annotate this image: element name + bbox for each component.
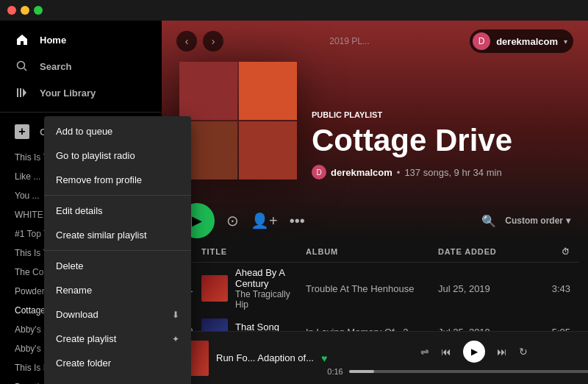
- add-icon: ✦: [172, 334, 179, 344]
- context-menu-download[interactable]: Download ⬇: [44, 302, 191, 327]
- context-menu: Add to queue Go to playlist radio Remove…: [44, 116, 191, 384]
- nav-items: Home Search Your Library: [0, 26, 162, 106]
- col-album: ALBUM: [306, 247, 438, 256]
- controls-right: 🔍 Custom order ▾: [481, 214, 570, 228]
- playlist-owner: derekmalcom: [331, 167, 392, 178]
- library-label: Your Library: [40, 88, 96, 99]
- context-menu-go-to-playlist-radio[interactable]: Go to playlist radio: [44, 143, 191, 168]
- context-menu-divider2: [44, 250, 191, 251]
- svg-line-1: [24, 68, 27, 71]
- bottom-player: Run Fo... Adaption of... ♥ ⇌ ⏮ ▶ ⏭ ↻ 0:1…: [162, 331, 588, 384]
- context-menu-create-similar[interactable]: Create similar playlist: [44, 223, 191, 247]
- table-row[interactable]: 1 Ahead By A Century The Tragically Hip …: [171, 263, 579, 314]
- cover-cell-1: [179, 62, 237, 120]
- progress-bar[interactable]: [349, 370, 588, 373]
- playlist-info: PUBLIC PLAYLIST Cottage Drive D derekmal…: [312, 110, 570, 179]
- sidebar-item-home[interactable]: Home: [6, 26, 156, 53]
- track-text: That Song Big Wreck: [235, 321, 279, 332]
- download-circle-icon[interactable]: ⊙: [226, 212, 239, 230]
- col-duration: ⏱: [526, 247, 570, 256]
- avatar: D: [473, 32, 490, 50]
- library-icon: [15, 85, 29, 100]
- time-current: 0:16: [327, 367, 343, 376]
- track-text: Ahead By A Century The Tragically Hip: [235, 267, 306, 310]
- context-menu-make-private[interactable]: Make private: [44, 375, 191, 384]
- nearby-playlist-label: 2019 PL...: [329, 36, 370, 46]
- context-menu-divider: [44, 195, 191, 196]
- repeat-button[interactable]: ↻: [519, 346, 528, 358]
- user-chevron-icon: ▾: [564, 38, 567, 46]
- main-content: ‹ › 2019 PL... D derekmalcom ▾ PUBLIC PL…: [162, 21, 588, 384]
- now-playing-title: Run Fo... Adaption of...: [216, 352, 314, 363]
- window-controls: [7, 6, 43, 15]
- track-album: Trouble At The Henhouse: [306, 283, 438, 294]
- plus-icon: +: [15, 124, 29, 139]
- sidebar-divider: [0, 112, 162, 113]
- search-label: Search: [40, 61, 71, 72]
- context-menu-create-playlist[interactable]: Create playlist ✦: [44, 327, 191, 351]
- track-title: Ahead By A Century: [235, 267, 306, 289]
- topbar: ‹ › 2019 PL... D derekmalcom ▾: [162, 21, 588, 62]
- download-label: Download: [56, 309, 98, 320]
- sidebar-item-search[interactable]: Search: [6, 53, 156, 79]
- cover-cell-2: [239, 62, 297, 120]
- controls-bar: ▶ ⊙ 👤+ ••• 🔍 Custom order ▾: [162, 194, 588, 247]
- owner-avatar: D: [312, 165, 326, 179]
- track-duration: 3:43: [526, 283, 570, 294]
- shuffle-button[interactable]: ⇌: [420, 346, 429, 358]
- track-list-header: # TITLE ALBUM DATE ADDED ⏱: [171, 247, 579, 263]
- playback-controls: ⇌ ⏮ ▶ ⏭ ↻: [420, 341, 528, 363]
- create-playlist-label2: Create playlist: [56, 333, 116, 344]
- col-date: DATE ADDED: [438, 247, 526, 256]
- track-thumbnail: [201, 275, 228, 302]
- add-user-icon[interactable]: 👤+: [251, 212, 278, 230]
- search-icon: [15, 59, 29, 74]
- playlist-header: PUBLIC PLAYLIST Cottage Drive D derekmal…: [162, 62, 588, 194]
- playlist-stats: 137 songs, 9 hr 34 min: [404, 167, 501, 178]
- minimize-button[interactable]: [21, 6, 29, 15]
- maximize-button[interactable]: [34, 6, 43, 15]
- sidebar: Home Search Your Library + Create Playli…: [0, 21, 162, 384]
- heart-icon[interactable]: ♥: [321, 352, 327, 364]
- titlebar: [0, 0, 588, 21]
- track-list: # TITLE ALBUM DATE ADDED ⏱ 1 Ahead By A …: [162, 247, 588, 331]
- context-menu-create-folder[interactable]: Create folder: [44, 351, 191, 375]
- sidebar-item-library[interactable]: Your Library: [6, 79, 156, 106]
- next-button[interactable]: ⏭: [497, 346, 507, 358]
- user-menu[interactable]: D derekmalcom ▾: [470, 29, 573, 53]
- cover-cell-4: [239, 121, 297, 179]
- progress-bar-area: 0:16 5:28: [327, 367, 588, 376]
- progress-fill: [349, 370, 374, 373]
- chevron-down-icon: ▾: [566, 216, 570, 226]
- now-playing-info: Run Fo... Adaption of...: [216, 352, 314, 363]
- context-menu-remove-from-profile[interactable]: Remove from profile: [44, 168, 191, 192]
- back-button[interactable]: ‹: [176, 31, 197, 51]
- svg-rect-2: [17, 88, 18, 97]
- context-menu-delete[interactable]: Delete: [44, 254, 191, 278]
- col-title: TITLE: [201, 247, 306, 256]
- track-info: Ahead By A Century The Tragically Hip: [201, 267, 306, 310]
- track-search-icon[interactable]: 🔍: [481, 214, 496, 228]
- track-info: That Song Big Wreck: [201, 319, 306, 331]
- track-artist: The Tragically Hip: [235, 289, 306, 310]
- download-icon: ⬇: [172, 310, 179, 320]
- now-playing: Run Fo... Adaption of... ♥: [173, 341, 327, 376]
- svg-point-0: [18, 62, 25, 69]
- context-menu-edit-details[interactable]: Edit details: [44, 199, 191, 223]
- close-button[interactable]: [7, 6, 16, 15]
- username-label: derekmalcom: [496, 36, 558, 47]
- playlist-cover: [179, 62, 297, 179]
- more-options-icon[interactable]: •••: [290, 213, 305, 230]
- nav-buttons: ‹ ›: [176, 31, 223, 51]
- app-body: Home Search Your Library + Create Playli…: [0, 21, 588, 384]
- context-menu-rename[interactable]: Rename: [44, 278, 191, 302]
- track-thumbnail: [201, 319, 228, 331]
- prev-button[interactable]: ⏮: [441, 346, 451, 358]
- forward-button[interactable]: ›: [203, 31, 223, 51]
- table-row[interactable]: 2 That Song Big Wreck In Loving Memory O…: [171, 314, 579, 331]
- context-menu-add-to-queue[interactable]: Add to queue: [44, 119, 191, 143]
- playlist-meta: D derekmalcom • 137 songs, 9 hr 34 min: [312, 165, 570, 179]
- playlist-type-label: PUBLIC PLAYLIST: [312, 110, 570, 119]
- custom-order-button[interactable]: Custom order ▾: [505, 216, 570, 226]
- play-pause-button[interactable]: ▶: [463, 341, 485, 363]
